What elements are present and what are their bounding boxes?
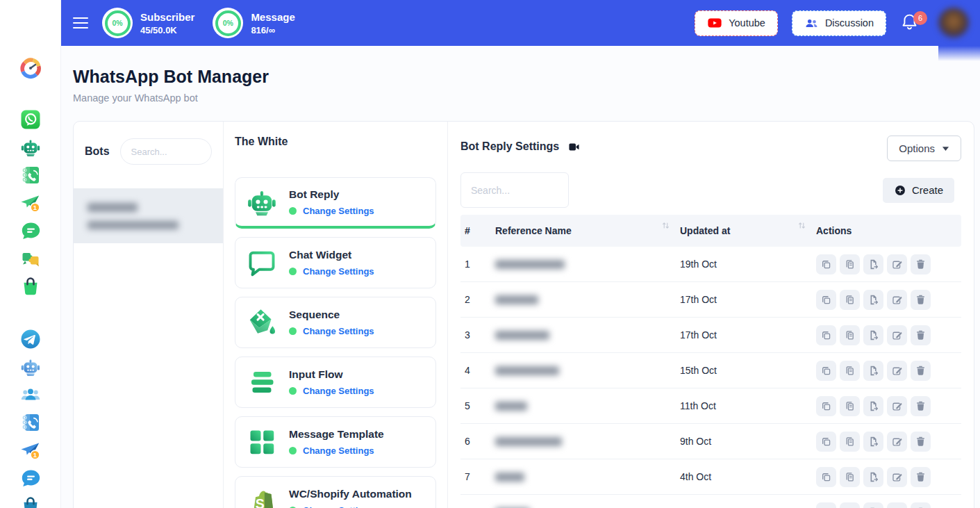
sidebar-item-whatsapp-chat[interactable] (19, 220, 42, 242)
change-settings-link[interactable]: Change Settings (303, 266, 374, 277)
sidebar-item-integrations[interactable] (19, 247, 42, 270)
edit-icon (891, 471, 903, 483)
sidebar-item-dashboard[interactable] (19, 57, 42, 79)
change-settings-link[interactable]: Change Settings (303, 505, 374, 508)
status-dot (289, 268, 297, 275)
duplicate-button[interactable] (816, 396, 836, 416)
export-button[interactable] (863, 290, 883, 310)
delete-button[interactable] (911, 254, 931, 275)
duplicate-button[interactable] (816, 254, 836, 275)
copy-button[interactable] (840, 361, 860, 381)
duplicate-button[interactable] (816, 325, 836, 345)
progress-ring: 0% (102, 8, 133, 38)
reply-search-input[interactable] (460, 172, 569, 208)
duplicate-button[interactable] (816, 290, 836, 310)
copy-button[interactable] (840, 502, 860, 508)
change-settings-link[interactable]: Change Settings (303, 386, 374, 396)
sidebar-item-whatsapp-broadcast[interactable]: 1 (19, 192, 42, 214)
table-row: 3 17th Oct (460, 318, 961, 353)
export-button[interactable] (863, 361, 883, 381)
copy-button[interactable] (840, 432, 860, 452)
export-button[interactable] (863, 396, 883, 416)
edit-button[interactable] (887, 432, 907, 452)
export-button[interactable] (863, 325, 883, 345)
setting-card-chat-widget[interactable]: Chat Widget Change Settings (235, 237, 436, 288)
create-button[interactable]: Create (883, 178, 954, 203)
discussion-button[interactable]: Discussion (792, 10, 886, 36)
change-settings-link[interactable]: Change Settings (303, 326, 374, 336)
delete-button[interactable] (911, 396, 931, 416)
row-actions (816, 361, 961, 381)
edit-button[interactable] (887, 467, 907, 487)
duplicate-button[interactable] (816, 502, 836, 508)
edit-button[interactable] (887, 502, 907, 508)
edit-button[interactable] (887, 290, 907, 310)
edit-button[interactable] (887, 325, 907, 345)
delete-button[interactable] (911, 502, 931, 508)
options-button[interactable]: Options (887, 136, 961, 161)
delete-button[interactable] (911, 325, 931, 345)
export-button[interactable] (863, 432, 883, 452)
progress-percent: 0% (215, 10, 241, 36)
setting-card-bot-reply[interactable]: Bot Reply Change Settings (235, 177, 436, 229)
redacted-reference-name (495, 402, 527, 411)
export-button[interactable] (863, 467, 883, 487)
menu-toggle-button[interactable] (73, 17, 88, 28)
setting-card-message-template[interactable]: Message Template Change Settings (235, 416, 436, 468)
sidebar-item-telegram-contacts[interactable] (19, 411, 42, 434)
sidebar-item-telegram-chat[interactable] (19, 467, 42, 489)
row-actions (816, 467, 961, 487)
sidebar-item-telegram-store[interactable] (19, 495, 42, 508)
change-settings-link[interactable]: Change Settings (303, 445, 374, 456)
notifications-button[interactable]: 6 (900, 13, 919, 33)
sidebar-item-telegram-broadcast[interactable]: 1 (19, 439, 42, 461)
telegram-chat-icon (19, 467, 42, 489)
delete-button[interactable] (911, 361, 931, 381)
export-button[interactable] (863, 502, 883, 508)
delete-button[interactable] (911, 467, 931, 487)
sort-icon[interactable] (661, 221, 670, 230)
table-row: 5 11th Oct (460, 388, 961, 424)
integrations-icon (19, 247, 42, 270)
copy-button[interactable] (840, 396, 860, 416)
redacted-bot-name (88, 203, 138, 212)
change-settings-link[interactable]: Change Settings (303, 206, 374, 216)
video-camera-icon[interactable] (568, 141, 580, 153)
sidebar-item-whatsapp[interactable] (19, 108, 42, 131)
sidebar-item-whatsapp-bot[interactable] (19, 136, 42, 158)
edit-button[interactable] (887, 254, 907, 275)
bot-list-item[interactable] (74, 188, 223, 243)
delete-button[interactable] (911, 290, 931, 310)
duplicate-button[interactable] (816, 467, 836, 487)
table-row: 1 19th Oct (460, 247, 961, 282)
setting-card-title: Input Flow (289, 368, 374, 381)
duplicate-button[interactable] (816, 361, 836, 381)
delete-icon (915, 294, 927, 306)
export-button[interactable] (863, 254, 883, 275)
sidebar-item-whatsapp-store[interactable] (19, 275, 42, 297)
bots-search-input[interactable] (120, 138, 212, 165)
chat-widget-icon (245, 246, 279, 279)
whatsapp-store-icon (19, 275, 42, 297)
row-number: 6 (465, 436, 495, 447)
whatsapp-broadcast-icon: 1 (19, 192, 42, 214)
sidebar-item-telegram-bot[interactable] (19, 356, 42, 378)
setting-card-sequence[interactable]: Sequence Change Settings (235, 297, 436, 348)
youtube-button[interactable]: Youtube (695, 10, 778, 36)
table-header: # Reference Name Updated at Actions (460, 215, 961, 247)
user-avatar[interactable] (938, 8, 969, 38)
sort-icon[interactable] (797, 221, 806, 230)
edit-button[interactable] (887, 361, 907, 381)
copy-button[interactable] (840, 467, 860, 487)
copy-button[interactable] (840, 254, 860, 275)
delete-button[interactable] (911, 432, 931, 452)
copy-button[interactable] (840, 325, 860, 345)
setting-card-wc-shopify-automation[interactable]: S WC/Shopify Automation Change Settings (235, 476, 436, 508)
sidebar-item-telegram-group[interactable] (19, 384, 42, 406)
copy-button[interactable] (840, 290, 860, 310)
setting-card-input-flow[interactable]: Input Flow Change Settings (235, 357, 436, 408)
sidebar-item-whatsapp-contacts[interactable] (19, 164, 42, 186)
sidebar-item-telegram[interactable] (19, 328, 42, 350)
edit-button[interactable] (887, 396, 907, 416)
duplicate-button[interactable] (816, 432, 836, 452)
